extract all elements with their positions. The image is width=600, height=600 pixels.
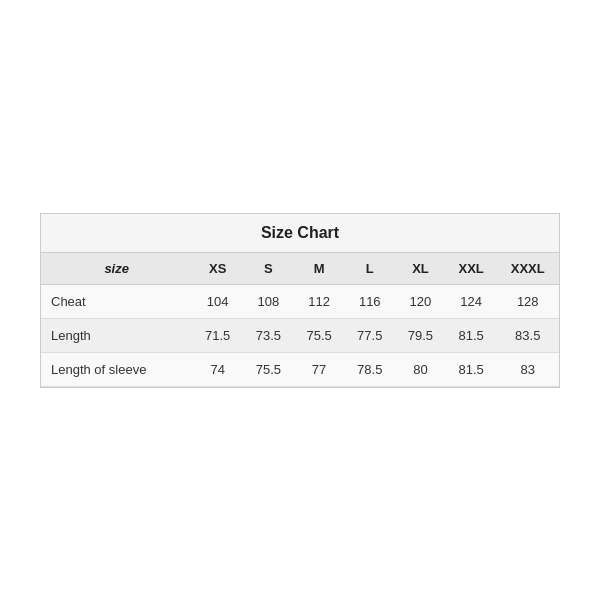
row-label-0: Cheat bbox=[41, 284, 192, 318]
cell-0-1: 108 bbox=[243, 284, 294, 318]
cell-2-6: 83 bbox=[496, 352, 559, 386]
cell-1-2: 75.5 bbox=[294, 318, 345, 352]
table-row: Cheat104108112116120124128 bbox=[41, 284, 559, 318]
cell-0-0: 104 bbox=[192, 284, 243, 318]
size-chart-container: Size Chart sizeXSSMLXLXXLXXXL Cheat10410… bbox=[40, 213, 560, 388]
cell-0-6: 128 bbox=[496, 284, 559, 318]
cell-0-2: 112 bbox=[294, 284, 345, 318]
header-M: M bbox=[294, 253, 345, 285]
row-label-2: Length of sleeve bbox=[41, 352, 192, 386]
cell-2-0: 74 bbox=[192, 352, 243, 386]
chart-title-row: Size Chart bbox=[41, 214, 559, 253]
cell-0-3: 116 bbox=[344, 284, 395, 318]
table-row: Length71.573.575.577.579.581.583.5 bbox=[41, 318, 559, 352]
cell-1-5: 81.5 bbox=[446, 318, 497, 352]
cell-0-5: 124 bbox=[446, 284, 497, 318]
header-S: S bbox=[243, 253, 294, 285]
cell-1-4: 79.5 bbox=[395, 318, 446, 352]
size-column-header: size bbox=[41, 253, 192, 285]
size-table: sizeXSSMLXLXXLXXXL Cheat1041081121161201… bbox=[41, 253, 559, 387]
table-header-row: sizeXSSMLXLXXLXXXL bbox=[41, 253, 559, 285]
cell-1-0: 71.5 bbox=[192, 318, 243, 352]
header-L: L bbox=[344, 253, 395, 285]
row-label-1: Length bbox=[41, 318, 192, 352]
table-row: Length of sleeve7475.57778.58081.583 bbox=[41, 352, 559, 386]
cell-2-2: 77 bbox=[294, 352, 345, 386]
table-body: Cheat104108112116120124128Length71.573.5… bbox=[41, 284, 559, 386]
header-XL: XL bbox=[395, 253, 446, 285]
header-XS: XS bbox=[192, 253, 243, 285]
header-XXXL: XXXL bbox=[496, 253, 559, 285]
chart-title: Size Chart bbox=[261, 224, 339, 241]
cell-1-6: 83.5 bbox=[496, 318, 559, 352]
cell-1-3: 77.5 bbox=[344, 318, 395, 352]
cell-2-4: 80 bbox=[395, 352, 446, 386]
cell-2-3: 78.5 bbox=[344, 352, 395, 386]
cell-1-1: 73.5 bbox=[243, 318, 294, 352]
cell-2-5: 81.5 bbox=[446, 352, 497, 386]
cell-2-1: 75.5 bbox=[243, 352, 294, 386]
header-XXL: XXL bbox=[446, 253, 497, 285]
cell-0-4: 120 bbox=[395, 284, 446, 318]
